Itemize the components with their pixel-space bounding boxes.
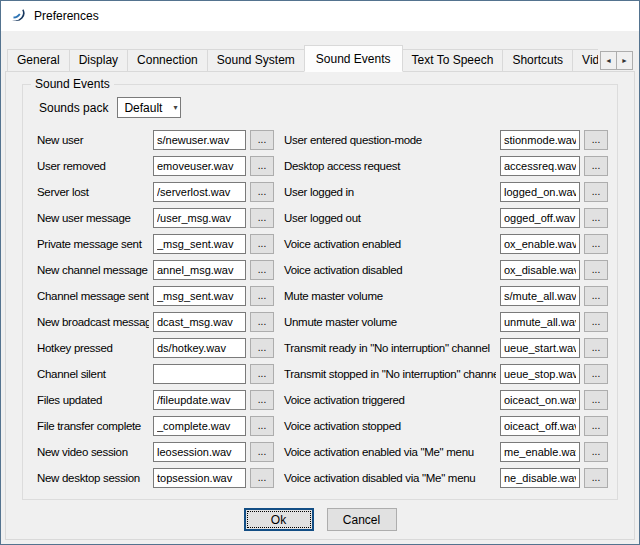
tab-connection[interactable]: Connection	[127, 49, 208, 72]
sounds-pack-label: Sounds pack	[39, 101, 108, 115]
browse-button[interactable]: ...	[250, 156, 274, 176]
cancel-button[interactable]: Cancel	[327, 508, 397, 531]
event-label: User logged out	[278, 212, 496, 224]
browse-button[interactable]: ...	[250, 260, 274, 280]
tab-text-to-speech[interactable]: Text To Speech	[402, 49, 504, 72]
browse-button[interactable]: ...	[584, 208, 608, 228]
event-label: Voice activation disabled via "Me" menu	[278, 472, 496, 484]
event-file-input[interactable]	[500, 260, 580, 280]
event-file-input[interactable]	[500, 442, 580, 462]
event-file-input[interactable]	[153, 234, 246, 254]
event-file-input[interactable]	[153, 442, 246, 462]
event-file-input[interactable]	[500, 208, 580, 228]
window-title: Preferences	[34, 9, 99, 23]
sound-events-groupbox: Sound Events Sounds pack Default ▾ New u…	[22, 84, 618, 500]
tab-scroll-left-button[interactable]: ◄	[600, 51, 617, 70]
event-label: Transmit stopped in "No interruption" ch…	[278, 368, 496, 380]
event-file-input[interactable]	[153, 364, 246, 384]
event-label: User entered question-mode	[278, 134, 496, 146]
event-file-input[interactable]	[500, 182, 580, 202]
browse-button[interactable]: ...	[250, 416, 274, 436]
tab-display[interactable]: Display	[69, 49, 128, 72]
browse-button[interactable]: ...	[250, 182, 274, 202]
footer-buttons: Ok Cancel	[16, 500, 624, 537]
tab-strip: GeneralDisplayConnectionSound SystemSoun…	[7, 45, 598, 72]
event-label: New desktop session	[37, 472, 149, 484]
event-label: Server lost	[37, 186, 149, 198]
browse-button[interactable]: ...	[584, 286, 608, 306]
tab-general[interactable]: General	[7, 49, 70, 72]
event-file-input[interactable]	[153, 130, 246, 150]
tab-sound-events[interactable]: Sound Events	[304, 45, 403, 72]
browse-button[interactable]: ...	[584, 130, 608, 150]
tab-sound-system[interactable]: Sound System	[207, 49, 305, 72]
ok-button[interactable]: Ok	[244, 508, 314, 531]
event-file-input[interactable]	[500, 390, 580, 410]
event-file-input[interactable]	[500, 286, 580, 306]
browse-button[interactable]: ...	[584, 260, 608, 280]
event-label: New user message	[37, 212, 149, 224]
tab-scroll-control: ◄ ►	[600, 51, 633, 70]
event-file-input[interactable]	[500, 364, 580, 384]
browse-button[interactable]: ...	[250, 364, 274, 384]
browse-button[interactable]: ...	[584, 416, 608, 436]
event-file-input[interactable]	[500, 416, 580, 436]
event-file-input[interactable]	[500, 130, 580, 150]
event-file-input[interactable]	[153, 182, 246, 202]
event-label: New channel message	[37, 264, 149, 276]
sounds-pack-row: Sounds pack Default ▾	[39, 97, 603, 118]
browse-button[interactable]: ...	[584, 156, 608, 176]
event-label: Private message sent	[37, 238, 149, 250]
event-file-input[interactable]	[500, 468, 580, 488]
event-file-input[interactable]	[153, 390, 246, 410]
event-label: Hotkey pressed	[37, 342, 149, 354]
tab-video[interactable]: Video	[572, 49, 598, 72]
tab-bar: GeneralDisplayConnectionSound SystemSoun…	[5, 45, 635, 72]
event-file-input[interactable]	[500, 156, 580, 176]
sounds-pack-select[interactable]: Default ▾	[117, 97, 181, 118]
browse-button[interactable]: ...	[250, 234, 274, 254]
tab-shortcuts[interactable]: Shortcuts	[502, 49, 573, 72]
browse-button[interactable]: ...	[584, 468, 608, 488]
event-label: Desktop access request	[278, 160, 496, 172]
browse-button[interactable]: ...	[250, 442, 274, 462]
browse-button[interactable]: ...	[584, 390, 608, 410]
browse-button[interactable]: ...	[584, 182, 608, 202]
event-file-input[interactable]	[500, 234, 580, 254]
browse-button[interactable]: ...	[250, 468, 274, 488]
event-file-input[interactable]	[500, 312, 580, 332]
event-label: Channel message sent	[37, 290, 149, 302]
groupbox-title: Sound Events	[31, 77, 114, 91]
browse-button[interactable]: ...	[250, 312, 274, 332]
browse-button[interactable]: ...	[584, 364, 608, 384]
event-file-input[interactable]	[153, 208, 246, 228]
sound-events-grid: New user...User entered question-mode...…	[37, 127, 603, 491]
browse-button[interactable]: ...	[584, 338, 608, 358]
event-file-input[interactable]	[153, 286, 246, 306]
event-label: New user	[37, 134, 149, 146]
event-label: Voice activation triggered	[278, 394, 496, 406]
tab-scroll-right-button[interactable]: ►	[616, 51, 633, 70]
event-file-input[interactable]	[153, 260, 246, 280]
browse-button[interactable]: ...	[584, 442, 608, 462]
tab-page-sound-events: Sound Events Sounds pack Default ▾ New u…	[5, 71, 635, 540]
event-file-input[interactable]	[153, 468, 246, 488]
browse-button[interactable]: ...	[250, 338, 274, 358]
browse-button[interactable]: ...	[250, 286, 274, 306]
event-label: New video session	[37, 446, 149, 458]
preferences-window: Preferences GeneralDisplayConnectionSoun…	[0, 0, 640, 545]
browse-button[interactable]: ...	[250, 130, 274, 150]
event-file-input[interactable]	[153, 156, 246, 176]
browse-button[interactable]: ...	[250, 208, 274, 228]
browse-button[interactable]: ...	[250, 390, 274, 410]
browse-button[interactable]: ...	[584, 312, 608, 332]
event-file-input[interactable]	[153, 312, 246, 332]
event-label: Voice activation enabled via "Me" menu	[278, 446, 496, 458]
event-file-input[interactable]	[153, 338, 246, 358]
event-label: User logged in	[278, 186, 496, 198]
event-file-input[interactable]	[500, 338, 580, 358]
browse-button[interactable]: ...	[584, 234, 608, 254]
event-file-input[interactable]	[153, 416, 246, 436]
tab-scroll-left-icon: ◄	[605, 57, 612, 64]
event-label: Mute master volume	[278, 290, 496, 302]
